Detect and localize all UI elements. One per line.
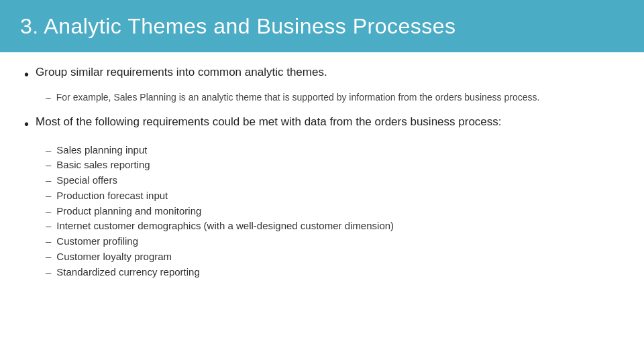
list-text-6: Customer profiling xyxy=(56,234,138,249)
list-dash-5: – xyxy=(46,219,51,233)
list-text-4: Product planning and monitoring xyxy=(56,204,201,219)
list-dash-7: – xyxy=(46,249,51,263)
slide-content: • Group similar requirements into common… xyxy=(0,52,644,362)
list-item: –Customer loyalty program xyxy=(46,249,620,264)
list-item: –Basic sales reporting xyxy=(46,158,620,172)
bullet-2-list: –Sales planning input–Basic sales report… xyxy=(46,143,620,280)
note-dash: – xyxy=(46,91,51,105)
list-text-1: Basic sales reporting xyxy=(56,158,150,172)
bullet-2-dot: • xyxy=(24,115,29,133)
list-item: –Sales planning input xyxy=(46,143,620,158)
note-text: For example, Sales Planning is an analyt… xyxy=(56,91,540,105)
bullet-1-subnote: – For example, Sales Planning is an anal… xyxy=(46,91,620,105)
slide: 3. Analytic Themes and Business Processe… xyxy=(0,0,644,362)
list-dash-1: – xyxy=(46,158,51,172)
list-text-5: Internet customer demographics (with a w… xyxy=(56,219,394,233)
list-item: –Product planning and monitoring xyxy=(46,204,620,219)
list-dash-4: – xyxy=(46,204,51,218)
list-text-7: Customer loyalty program xyxy=(56,249,172,264)
bullet-1-text: Group similar requirements into common a… xyxy=(36,64,327,80)
slide-header: 3. Analytic Themes and Business Processe… xyxy=(0,0,644,52)
list-text-0: Sales planning input xyxy=(56,143,147,158)
bullet-1-dot: • xyxy=(24,65,29,84)
bullet-2-text: Most of the following requirements could… xyxy=(36,114,502,130)
list-text-8: Standardized currency reporting xyxy=(56,265,199,280)
list-item: –Customer profiling xyxy=(46,234,620,249)
list-dash-0: – xyxy=(46,143,51,157)
list-item: –Production forecast input xyxy=(46,188,620,203)
list-item: –Special offers xyxy=(46,173,620,188)
list-dash-8: – xyxy=(46,265,51,279)
bullet-1: • Group similar requirements into common… xyxy=(24,64,620,84)
list-dash-2: – xyxy=(46,173,51,187)
list-dash-6: – xyxy=(46,234,51,248)
bullet-2: • Most of the following requirements cou… xyxy=(24,114,620,133)
slide-title: 3. Analytic Themes and Business Processe… xyxy=(20,14,456,39)
list-item: –Internet customer demographics (with a … xyxy=(46,219,620,233)
list-dash-3: – xyxy=(46,188,51,202)
list-item: –Standardized currency reporting xyxy=(46,265,620,280)
list-text-3: Production forecast input xyxy=(56,188,168,203)
list-text-2: Special offers xyxy=(56,173,117,188)
